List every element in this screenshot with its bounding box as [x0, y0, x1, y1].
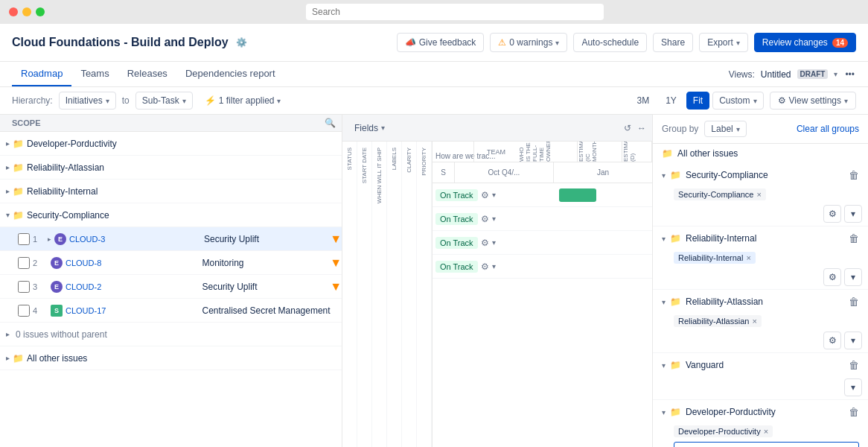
- group-expand-button[interactable]: ▾: [844, 332, 862, 349]
- fields-button[interactable]: Fields: [348, 120, 391, 136]
- group-search-input[interactable]: [674, 442, 859, 447]
- all-other-row[interactable]: 📁 All other issues: [0, 346, 342, 370]
- issue-row[interactable]: 2 E CLOUD-8 Monitoring ▼: [0, 251, 342, 275]
- issue-num: 1: [33, 235, 48, 244]
- time-fit-button[interactable]: Fit: [686, 92, 709, 110]
- epic-icon: E: [54, 233, 66, 245]
- epic-icon: E: [51, 281, 63, 293]
- review-changes-button[interactable]: Review changes 14: [754, 33, 856, 52]
- group-security-compliance[interactable]: 📁 Security-Compliance: [0, 203, 342, 227]
- tab-teams[interactable]: Teams: [71, 62, 118, 86]
- delete-group-button[interactable]: 🗑: [849, 406, 859, 418]
- group-reliability-internal[interactable]: 📁 Reliability-Internal: [0, 180, 342, 203]
- view-settings-button[interactable]: ⚙ View settings: [770, 92, 856, 110]
- group-item-header[interactable]: 📁 Reliability-Atlassian 🗑: [653, 290, 868, 314]
- chevron-icon: [492, 215, 496, 223]
- clear-groups-button[interactable]: Clear all groups: [797, 124, 859, 134]
- group-reliability-atlassian[interactable]: 📁 Reliability-Atlassian: [0, 156, 342, 180]
- delete-group-button[interactable]: 🗑: [849, 169, 859, 181]
- group-item-header[interactable]: 📁 Reliability-Internal 🗑: [653, 226, 868, 250]
- group-expand-button[interactable]: ▾: [844, 268, 862, 286]
- minimize-dot[interactable]: [22, 7, 31, 16]
- track-settings-icon[interactable]: ⚙: [481, 190, 489, 200]
- group-label: Security-Compliance: [27, 210, 109, 221]
- time-3m-button[interactable]: 3M: [630, 92, 656, 110]
- issue-row[interactable]: 3 E CLOUD-2 Security Uplift ▼: [0, 275, 342, 299]
- search-icon[interactable]: 🔍: [325, 118, 336, 128]
- chevron-icon: [662, 171, 666, 180]
- group-settings-button[interactable]: ⚙: [823, 332, 841, 349]
- delete-group-button[interactable]: 🗑: [849, 232, 859, 244]
- track-settings-icon[interactable]: ⚙: [481, 261, 489, 272]
- issue-key: CLOUD-8: [66, 259, 200, 267]
- remove-tag-button[interactable]: ×: [746, 253, 750, 262]
- page-header: Cloud Foundations - Build and Deploy ⚙️ …: [0, 24, 868, 62]
- issue-title: Security Uplift: [204, 234, 336, 244]
- delete-group-button[interactable]: 🗑: [849, 296, 859, 308]
- group-controls: ⚙ ▾: [653, 203, 868, 226]
- group-title: Reliability-Atlassian: [686, 297, 844, 307]
- group-item-header[interactable]: 📁 Vanguard 🗑: [653, 353, 868, 377]
- search-input[interactable]: [306, 4, 604, 20]
- view-more-button[interactable]: •••: [843, 68, 856, 81]
- group-item-header[interactable]: 📁 Developer-Porductivity 🗑: [653, 400, 868, 424]
- issue-checkbox[interactable]: [18, 281, 30, 293]
- export-button[interactable]: Export: [699, 33, 748, 52]
- window-controls: [9, 7, 45, 16]
- group-panel-header: Group by Label Clear all groups: [653, 115, 868, 144]
- group-settings-button[interactable]: ⚙: [823, 268, 841, 286]
- tab-releases[interactable]: Releases: [118, 62, 176, 86]
- issue-title: Monitoring: [202, 258, 336, 268]
- warnings-button[interactable]: ⚠ 0 warnings: [490, 33, 567, 52]
- close-dot[interactable]: [9, 7, 18, 16]
- field-ship-header: WHEN WILL IT SHIP: [376, 145, 383, 206]
- chevron-icon: [662, 298, 666, 306]
- custom-select[interactable]: Custom: [712, 92, 763, 110]
- maximize-dot[interactable]: [36, 7, 45, 16]
- group-expand-button[interactable]: ▾: [844, 378, 862, 396]
- feedback-button[interactable]: 📣 Give feedback: [397, 33, 485, 52]
- view-chevron-icon[interactable]: [834, 70, 837, 78]
- tab-dependencies[interactable]: Dependencies report: [176, 62, 284, 86]
- warning-indicator: ▼: [330, 280, 342, 294]
- folder-icon: 📁: [13, 139, 24, 149]
- group-developer-productivity: 📁 Developer-Porductivity 🗑 Developer-Pro…: [653, 400, 868, 447]
- chevron-down-icon: [6, 211, 10, 219]
- settings-button[interactable]: ⚙️: [234, 36, 249, 49]
- reset-icon[interactable]: ↺: [624, 123, 631, 133]
- filter-button[interactable]: ⚡ 1 filter applied: [199, 92, 287, 109]
- to-select[interactable]: Sub-Task: [135, 92, 193, 110]
- time-1y-button[interactable]: 1Y: [659, 92, 683, 110]
- gantt-header: Fields ↺ ↔: [342, 115, 652, 142]
- chevron-icon: [844, 97, 848, 105]
- remove-tag-button[interactable]: ×: [752, 317, 756, 326]
- label-select[interactable]: Label: [704, 121, 746, 137]
- issue-checkbox[interactable]: [18, 305, 30, 317]
- from-select[interactable]: Initiatives: [59, 92, 116, 110]
- group-settings-button[interactable]: ⚙: [823, 205, 841, 223]
- remove-tag-button[interactable]: ×: [756, 190, 761, 199]
- chevron-icon: [736, 125, 740, 133]
- group-item-header[interactable]: 📁 Security-Compliance 🗑: [653, 163, 868, 187]
- chevron-icon: [182, 97, 186, 105]
- auto-schedule-button[interactable]: Auto-schedule: [573, 33, 647, 52]
- track-settings-icon[interactable]: ⚙: [481, 214, 489, 224]
- no-parent-row[interactable]: 0 issues without parent: [0, 323, 342, 346]
- views-section: Views: Untitled DRAFT •••: [729, 68, 856, 81]
- remove-tag-button[interactable]: ×: [764, 427, 768, 436]
- issue-checkbox[interactable]: [18, 257, 30, 269]
- delete-group-button[interactable]: 🗑: [849, 359, 859, 371]
- group-developer[interactable]: 📁 Developer-Porductivity: [0, 132, 342, 156]
- issue-row[interactable]: 4 S CLOUD-17 Centralised Secret Manageme…: [0, 299, 342, 323]
- expand-icon[interactable]: ↔: [637, 123, 646, 133]
- tab-roadmap[interactable]: Roadmap: [12, 62, 71, 86]
- col-team: TEAM: [473, 142, 518, 162]
- issue-row[interactable]: 1 E CLOUD-3 Security Uplift ▼: [0, 227, 342, 251]
- share-button[interactable]: Share: [653, 33, 693, 52]
- group-expand-button[interactable]: ▾: [844, 205, 862, 223]
- app-container: Cloud Foundations - Build and Deploy ⚙️ …: [0, 24, 868, 447]
- address-bar[interactable]: [306, 4, 604, 20]
- col-owner: WHO IS THE FULL-TIME OWNER?: [518, 142, 578, 162]
- issue-checkbox[interactable]: [18, 233, 30, 245]
- track-settings-icon[interactable]: ⚙: [481, 238, 489, 248]
